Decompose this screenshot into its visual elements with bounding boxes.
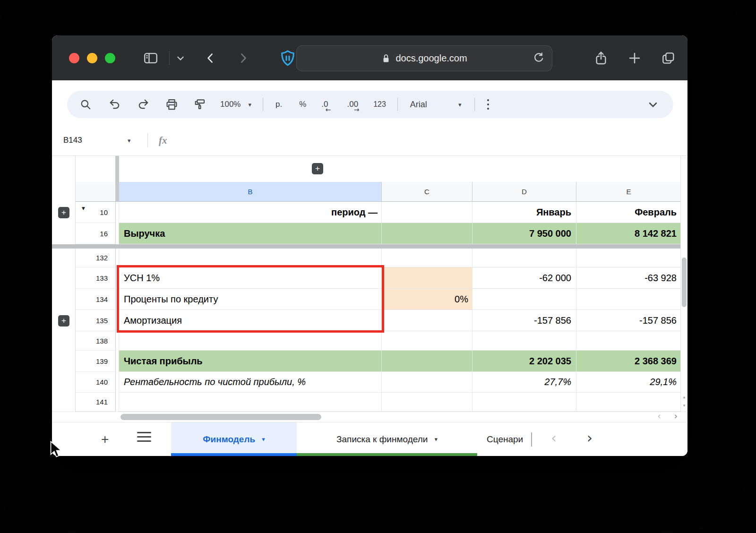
cell-D138[interactable]	[472, 331, 576, 351]
cell-E132[interactable]	[576, 249, 681, 267]
column-header-D[interactable]: D	[472, 182, 576, 202]
name-box[interactable]: B143	[63, 136, 82, 145]
cell-C138[interactable]	[382, 331, 472, 351]
column-header-C[interactable]: C	[382, 182, 472, 202]
percent-format-button[interactable]: %	[299, 100, 306, 109]
currency-format-button[interactable]: р.	[275, 100, 282, 109]
cell-E138[interactable]	[576, 331, 681, 351]
undo-icon[interactable]	[109, 98, 121, 111]
cell-C141[interactable]	[382, 393, 472, 412]
row-header-corner[interactable]	[76, 182, 116, 202]
cell-D10[interactable]: Январь	[472, 202, 576, 223]
address-bar[interactable]: docs.google.com	[296, 45, 552, 71]
cell-B16[interactable]: Выручка	[119, 223, 382, 244]
cell-D135[interactable]: -157 856	[472, 310, 576, 331]
shield-pause-extension-icon[interactable]	[278, 49, 297, 68]
cell-D141[interactable]	[472, 393, 576, 412]
new-tab-icon[interactable]	[627, 51, 642, 65]
hidden-column-strip[interactable]	[116, 372, 119, 393]
tab-overview-icon[interactable]	[661, 51, 676, 66]
hidden-column-strip[interactable]	[116, 223, 119, 244]
hidden-column-strip[interactable]	[116, 393, 119, 412]
hidden-column-strip[interactable]	[116, 156, 119, 182]
cell-D132[interactable]	[472, 249, 576, 267]
column-header-E[interactable]: E	[576, 182, 681, 202]
cell-B138[interactable]	[119, 331, 382, 351]
cell-B141[interactable]	[119, 393, 382, 412]
print-icon[interactable]	[165, 98, 178, 111]
cell-C135[interactable]	[382, 310, 472, 331]
cell-D133[interactable]: -62 000	[472, 267, 576, 289]
decrease-decimal-button[interactable]: .0←	[321, 100, 328, 109]
hidden-column-strip[interactable]	[116, 202, 119, 223]
cell-E10[interactable]: Февраль	[576, 202, 681, 223]
paint-format-icon[interactable]	[193, 98, 206, 111]
cell-E141[interactable]	[576, 393, 681, 412]
cell-D140[interactable]: 27,7%	[472, 372, 576, 393]
cell-B132[interactable]	[119, 249, 382, 267]
cell-E134[interactable]	[576, 289, 681, 310]
cell-D134[interactable]	[472, 289, 576, 310]
increase-decimal-button[interactable]: .00→	[347, 100, 359, 109]
fullscreen-window-button[interactable]	[105, 53, 115, 63]
cell-E139[interactable]: 2 368 369	[576, 351, 681, 372]
cell-C10[interactable]	[382, 202, 472, 223]
horizontal-scrollbar[interactable]: ‹ ›	[52, 412, 687, 422]
hidden-column-strip[interactable]	[116, 182, 119, 202]
cell-B140[interactable]: Рентабельность по чистой прибыли, %	[119, 372, 382, 393]
scroll-down-icon[interactable]: ▾	[681, 403, 687, 408]
cell-D139[interactable]: 2 202 035	[472, 351, 576, 372]
expand-row-group-button[interactable]: +	[58, 315, 69, 327]
close-window-button[interactable]	[69, 53, 79, 63]
row-header[interactable]: 132	[76, 249, 116, 267]
horizontal-scrollbar-thumb[interactable]	[120, 414, 321, 420]
tabs-scroll-right-icon[interactable]: ›	[587, 422, 593, 453]
all-sheets-menu-icon[interactable]	[137, 429, 154, 445]
cell-D16[interactable]: 7 950 000	[472, 223, 576, 244]
sidebar-toggle-icon[interactable]	[143, 50, 159, 66]
search-icon[interactable]	[79, 98, 92, 111]
row-header[interactable]: 135	[76, 310, 116, 331]
cell-B10[interactable]: период —	[119, 202, 382, 223]
cell-E140[interactable]: 29,1%	[576, 372, 681, 393]
sheet-tab-finmodel[interactable]: Финмодель ▾	[171, 422, 297, 456]
expand-column-group-button[interactable]: +	[312, 163, 323, 174]
redo-icon[interactable]	[137, 98, 149, 111]
cell-C132[interactable]	[382, 249, 472, 267]
tabs-scroll-left-icon[interactable]: ‹	[551, 422, 557, 453]
cell-C16[interactable]	[382, 223, 472, 244]
sheet-tab-caret-icon[interactable]: ▾	[434, 436, 438, 442]
cell-E133[interactable]: -63 928	[576, 267, 681, 289]
column-header-B[interactable]: B	[119, 182, 382, 202]
back-icon[interactable]	[205, 52, 217, 64]
row-header[interactable]: 141	[76, 393, 116, 412]
row-header[interactable]: 140	[76, 372, 116, 393]
zoom-select[interactable]: 100% ▾	[220, 100, 251, 109]
sheet-tab-caret-icon[interactable]: ▾	[262, 436, 265, 442]
row-header[interactable]: 133	[76, 267, 116, 289]
row-header[interactable]: 16	[76, 223, 116, 244]
row-header[interactable]: ▼ 10	[76, 202, 116, 223]
cell-C134[interactable]: 0%	[382, 289, 472, 310]
cell-C140[interactable]	[382, 372, 472, 393]
scroll-right-icon[interactable]: ›	[674, 411, 677, 421]
font-select[interactable]: Arial ▾	[410, 100, 462, 110]
add-sheet-button[interactable]: +	[101, 422, 109, 456]
share-icon[interactable]	[593, 51, 609, 66]
hidden-column-strip[interactable]	[116, 331, 119, 351]
hidden-column-strip[interactable]	[116, 351, 119, 372]
forward-icon[interactable]	[237, 52, 249, 64]
row-header[interactable]: 134	[76, 289, 116, 310]
sheet-tab-zapiska[interactable]: Записка к финмодели ▾	[297, 422, 477, 456]
more-formats-button[interactable]: 123	[373, 100, 386, 109]
scroll-left-icon[interactable]: ‹	[658, 411, 661, 421]
cell-C133[interactable]	[382, 267, 472, 289]
expand-row-group-button[interactable]: +	[58, 207, 69, 218]
cell-E135[interactable]: -157 856	[576, 310, 681, 331]
refresh-icon[interactable]	[532, 52, 545, 65]
name-box-caret-icon[interactable]: ▾	[128, 138, 131, 144]
tab-group-chevron-icon[interactable]	[176, 54, 185, 62]
vertical-scrollbar-thumb[interactable]	[682, 258, 687, 307]
hidden-column-strip[interactable]	[116, 249, 119, 267]
cell-B139[interactable]: Чистая прибыль	[119, 351, 382, 372]
